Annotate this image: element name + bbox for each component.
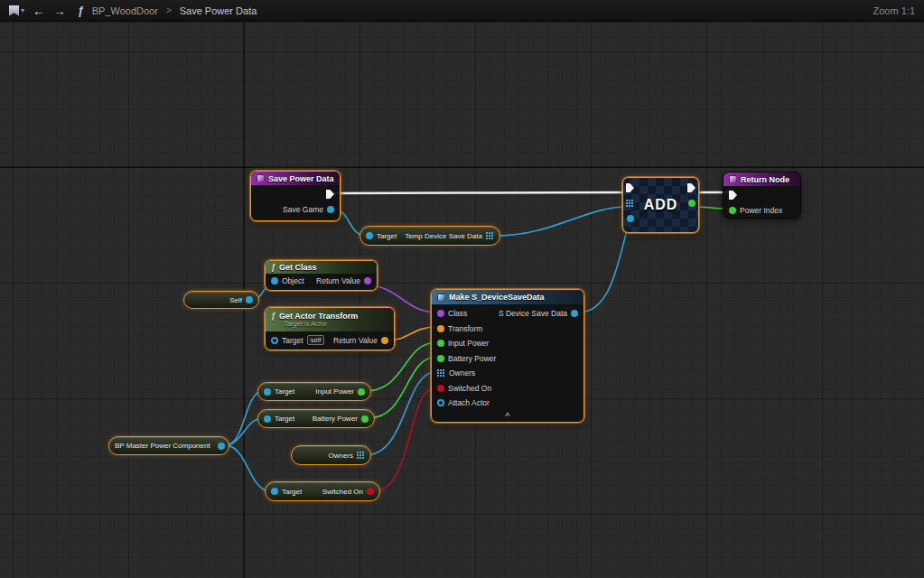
battery-power-pin[interactable] [437,355,444,362]
variable-label: Battery Power [313,415,358,423]
node-title: Save Power Data [268,174,334,183]
return-value-pin[interactable] [364,277,371,284]
pin-label: Attach Actor [448,398,490,407]
node-get-class[interactable]: ƒ Get Class Object Return Value [265,260,378,291]
variable-label: Temp Device Save Data [405,232,482,240]
node-save-power-data[interactable]: Save Power Data Save Game [250,171,341,221]
exec-output-pin[interactable] [326,190,334,199]
object-pin[interactable] [271,277,278,284]
node-header: Return Node [723,172,800,186]
breadcrumb-function: Save Power Data [180,5,257,16]
var-self[interactable]: Self [183,291,259,309]
pin-label: Target [282,336,303,345]
node-get-actor-transform[interactable]: ƒ Get Actor Transform Target is Actor Ta… [265,307,395,350]
pin-label: Class [448,309,467,318]
return-node-icon [729,175,737,183]
return-value-pin[interactable] [381,337,388,344]
class-pin[interactable] [437,310,444,317]
pure-function-icon: ƒ [271,312,275,321]
node-return[interactable]: Return Node Power Index [723,172,801,219]
function-entry-icon [257,174,265,182]
output-pin[interactable] [358,388,365,396]
target-pin[interactable] [264,388,271,396]
attach-actor-pin[interactable] [437,399,444,406]
node-array-add[interactable]: ADD [622,177,699,233]
pin-label: Target [275,387,294,396]
pin-label: Object [282,276,304,285]
var-owners[interactable]: Owners [291,445,371,465]
pin-label: Battery Power [448,354,496,363]
breadcrumb-separator: > [166,5,172,15]
var-switched-on[interactable]: Target Switched On [265,481,380,501]
node-header: Save Power Data [251,172,340,185]
var-temp-device-save-data[interactable]: Target Temp Device Save Data [359,226,500,246]
target-pin[interactable] [366,232,373,239]
input-power-pin[interactable] [437,340,444,347]
node-header: Make S_DeviceSaveData [432,290,583,304]
target-pin[interactable] [271,488,278,495]
pin-label: Return Value [316,276,360,285]
array-output-pin[interactable] [486,232,494,240]
target-default-value[interactable]: self [307,335,325,345]
pin-label: S Device Save Data [499,309,567,318]
power-index-pin[interactable] [729,207,736,214]
dropdown-chevron-icon: ▾ [21,6,24,14]
node-title: ADD [623,178,698,232]
output-pin[interactable] [361,415,369,423]
var-bp-master-power-component[interactable]: BP Master Power Component [108,436,229,455]
save-game-pin[interactable] [327,206,334,213]
node-subtitle: Target is Actor [284,321,388,328]
graph-canvas[interactable]: Save Power Data Save Game Return Node Po… [0,0,924,578]
pin-label: Switched On [448,384,491,393]
forward-button[interactable]: → [53,5,66,17]
function-icon: ƒ [78,5,84,17]
pin-label: Target [377,232,397,240]
node-make-struct[interactable]: Make S_DeviceSaveData Class S Device Sav… [431,289,584,423]
output-pin[interactable] [218,443,225,450]
switched-on-pin[interactable] [437,385,444,392]
breadcrumb-blueprint[interactable]: BP_WoodDoor [92,5,158,16]
var-battery-power[interactable]: Target Battery Power [257,409,375,428]
variable-label: Switched On [322,488,363,496]
node-title: Return Node [741,175,789,184]
blueprint-asset-button[interactable]: ▾ [9,5,24,16]
self-output-pin[interactable] [246,296,253,303]
make-struct-icon [437,294,445,302]
node-header: ƒ Get Actor Transform Target is Actor [266,308,394,331]
pin-label: Target [275,415,294,423]
node-title: Get Class [279,263,317,272]
array-output-pin[interactable] [357,452,365,460]
variable-label: BP Master Power Component [115,442,210,450]
var-input-power[interactable]: Target Input Power [257,382,371,401]
back-button[interactable]: ← [33,5,45,17]
pin-label: Input Power [448,339,489,348]
node-title: Make S_DeviceSaveData [449,293,545,302]
variable-label: Self [229,296,242,304]
target-pin[interactable] [271,337,278,344]
exec-input-pin[interactable] [729,191,737,200]
pin-label: Transform [448,324,482,333]
pin-label: Power Index [740,206,782,215]
pin-label: Owners [449,368,475,378]
bookmark-icon [9,5,19,16]
struct-output-pin[interactable] [571,310,578,317]
transform-pin[interactable] [437,325,444,332]
zoom-level: Zoom 1:1 [873,5,915,16]
target-pin[interactable] [264,415,271,423]
node-header: ƒ Get Class [266,261,377,274]
variable-label: Owners [328,452,353,460]
toolbar: ▾ ← → ƒ BP_WoodDoor > Save Power Data Zo… [0,0,924,22]
output-pin[interactable] [367,488,374,495]
pure-function-icon: ƒ [271,263,275,272]
collapse-chevron-icon[interactable]: ^ [437,411,578,423]
variable-label: Input Power [315,387,354,396]
pin-label: Save Game [283,205,323,214]
pin-label: Return Value [333,336,378,345]
owners-array-pin[interactable] [437,369,445,378]
pin-label: Target [282,488,302,496]
